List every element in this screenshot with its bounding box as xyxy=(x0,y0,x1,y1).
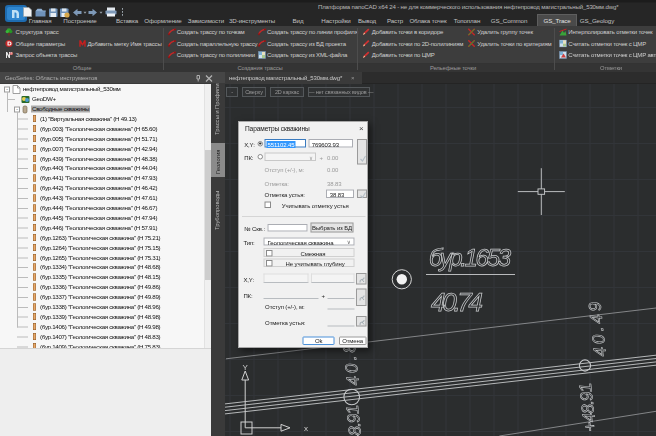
svg-text:?: ? xyxy=(10,52,12,56)
svg-text:бур.1653: бур.1653 xyxy=(429,244,512,271)
svg-text:+48.91: +48.91 xyxy=(343,404,367,436)
svg-text:40.74: 40.74 xyxy=(431,287,483,317)
svg-text:x: x xyxy=(304,424,308,433)
svg-text:+48.91: +48.91 xyxy=(576,382,600,433)
svg-text:Y: Y xyxy=(243,363,249,372)
svg-text:40.49: 40.49 xyxy=(585,300,610,357)
